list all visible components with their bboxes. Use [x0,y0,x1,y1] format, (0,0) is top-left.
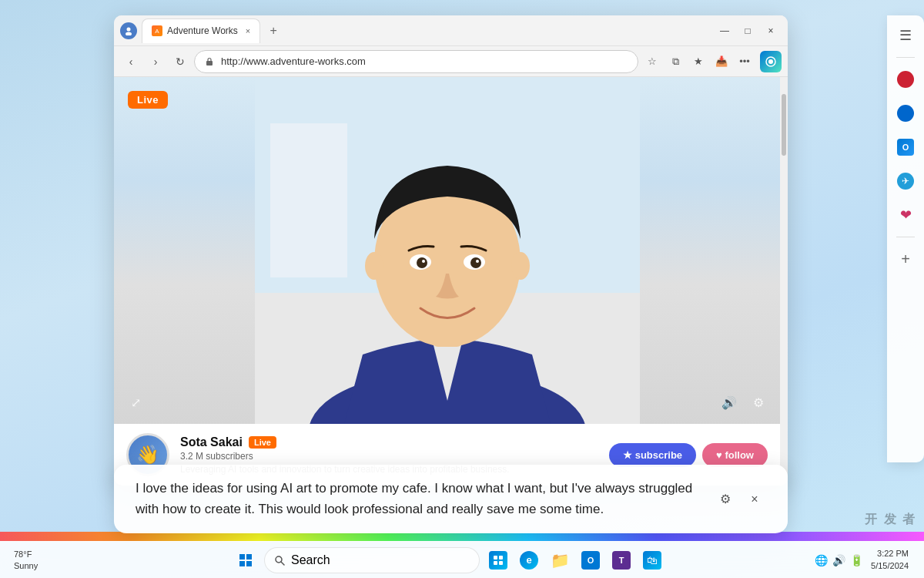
lock-icon [204,56,215,67]
address-bar[interactable]: http://www.adventure-works.com [194,50,638,73]
add-to-favorites-button[interactable]: ☆ [641,51,663,72]
date-display: 5/15/2024 [871,560,909,572]
taskbar-system-icons: 🌐 🔊 🔋 [815,554,863,566]
caption-controls: ⚙ × [714,488,766,511]
svg-rect-2 [206,61,213,66]
maximize-button[interactable]: □ [737,20,758,42]
video-controls-overlay: ⤢ 🔊 ⚙ [123,390,771,415]
sidebar-icon-circle2[interactable] [892,99,919,127]
person-silhouette [255,77,640,424]
svg-point-4 [768,59,773,64]
svg-rect-7 [270,123,347,277]
video-player[interactable]: Live ⤢ 🔊 ⚙ [114,77,780,424]
taskbar-icon-edge[interactable]: e [515,546,543,574]
start-button[interactable] [232,546,259,574]
taskbar-icon-store[interactable]: 🛍 [638,546,666,574]
sidebar-divider-1 [896,57,915,58]
favorites-button[interactable]: ★ [688,51,709,72]
taskbar-icon-outlook[interactable]: O [577,546,604,574]
taskbar-icon-widgets[interactable] [484,546,512,574]
caption-settings-button[interactable]: ⚙ [714,488,737,511]
svg-point-13 [417,257,427,268]
split-screen-button[interactable]: ⧉ [665,51,686,72]
close-button[interactable]: × [760,20,782,42]
search-label: Search [291,553,330,567]
volume-icon: 🔊 [832,554,845,566]
main-content: Live ⤢ 🔊 ⚙ 👋 [114,77,780,486]
tab-close-button[interactable]: × [246,26,250,35]
sidebar-expand-button[interactable]: ☰ [892,22,919,49]
taskbar-app-icons: e 📁 O T 🛍 [484,546,666,574]
svg-point-16 [476,260,479,263]
copilot-button[interactable] [760,51,782,72]
caption-overlay: I love the ideas for using AI art to pro… [114,465,788,533]
taskbar-left: 78°F Sunny [6,547,83,573]
minimize-button[interactable]: — [714,20,735,42]
channel-name-row: Sota Sakai Live [180,435,598,449]
sidebar-divider-2 [896,237,915,237]
expand-icon[interactable]: ⤢ [123,390,148,415]
sidebar-add-button[interactable]: + [892,245,919,273]
more-tools-button[interactable]: ••• [734,51,755,72]
taskbar-search[interactable]: Search [264,547,480,573]
browser-tab-adventure-works[interactable]: A Adventure Works × [142,18,260,43]
sidebar-icon-outlook[interactable]: O [892,133,919,161]
follow-button[interactable]: ♥ follow [702,443,768,467]
svg-rect-20 [246,554,252,560]
svg-point-15 [422,260,425,263]
volume-icon[interactable]: 🔊 [717,390,742,415]
settings-icon[interactable]: ⚙ [746,390,771,415]
taskbar-clock[interactable]: 3:22 PM 5/15/2024 [866,546,913,573]
weather-condition: Sunny [14,560,38,571]
svg-rect-27 [494,561,497,565]
svg-point-17 [365,252,383,280]
taskbar: 78°F Sunny Search [0,541,924,578]
caption-close-button[interactable]: × [743,488,766,511]
refresh-button[interactable]: ↻ [169,51,191,72]
collections-button[interactable]: 📥 [711,51,732,72]
browser-window: A Adventure Works × + — □ × ‹ › ↻ http:/… [114,15,788,486]
channel-live-badge: Live [249,436,276,449]
toolbar-actions: ☆ ⧉ ★ 📥 ••• [641,51,782,72]
svg-rect-22 [246,561,252,566]
sidebar-icon-heart[interactable]: ❤ [892,201,919,229]
svg-rect-25 [494,556,497,560]
svg-point-0 [127,27,131,31]
browser-content: Live ⤢ 🔊 ⚙ 👋 [114,77,788,486]
svg-line-24 [281,562,284,565]
tab-favicon: A [152,25,162,36]
weather-temp: 78°F [14,549,32,560]
svg-rect-26 [499,556,503,560]
svg-rect-21 [239,561,245,566]
taskbar-icon-teams[interactable]: T [608,546,635,574]
video-left-controls: ⤢ [123,390,148,415]
taskbar-icon-file-explorer[interactable]: 📁 [546,546,574,574]
time-display: 3:22 PM [871,548,909,560]
sidebar-icon-circle1[interactable] [892,66,919,93]
caption-text: I love the ideas for using AI art to pro… [136,479,714,519]
svg-point-1 [126,32,132,35]
taskbar-weather[interactable]: 78°F Sunny [6,547,45,573]
browser-scrollbar[interactable] [780,77,788,486]
subscribe-button[interactable]: ★ subscribe [609,443,696,467]
tab-title: Adventure Works [167,25,238,36]
back-button[interactable]: ‹ [120,51,142,72]
video-right-controls: 🔊 ⚙ [717,390,771,415]
svg-rect-28 [499,561,503,565]
browser-profile-icon[interactable] [120,22,137,39]
video-background [114,77,780,424]
search-icon [274,555,285,566]
battery-icon: 🔋 [850,554,863,566]
forward-button[interactable]: › [145,51,166,72]
taskbar-center: Search e 📁 O [83,546,815,574]
scrollbar-thumb[interactable] [782,94,786,156]
channel-subscribers: 3.2 M subscribers [180,451,598,462]
svg-point-14 [470,257,481,268]
sidebar-icon-telegram[interactable]: ✈ [892,167,919,195]
new-tab-button[interactable]: + [263,21,283,41]
taskbar-right: 🌐 🔊 🔋 3:22 PM 5/15/2024 [815,546,918,573]
browser-titlebar: A Adventure Works × + — □ × [114,15,788,46]
browser-toolbar: ‹ › ↻ http://www.adventure-works.com ☆ ⧉… [114,46,788,77]
url-text: http://www.adventure-works.com [221,55,628,67]
svg-rect-19 [239,554,245,560]
